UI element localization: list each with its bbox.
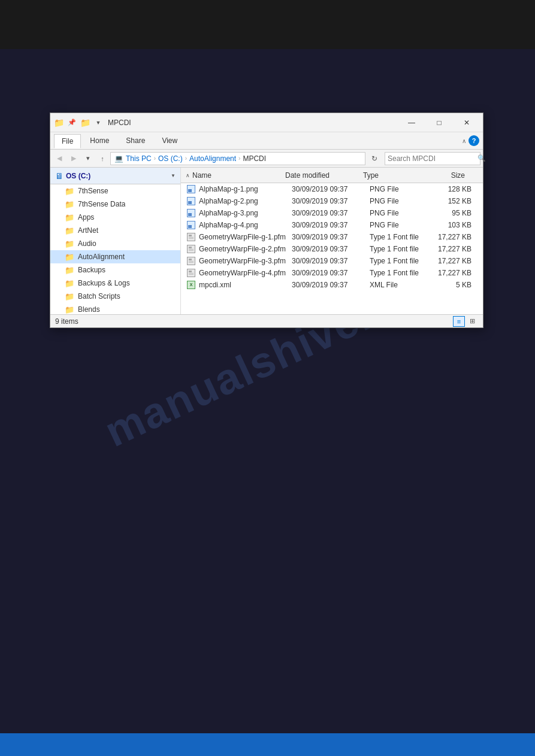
folder-icon-backupslogs: 📁 xyxy=(65,279,74,288)
refresh-button[interactable]: ↻ xyxy=(368,152,381,165)
title-bar: 📁 📌 📁 ▼ MPCDI — □ ✕ xyxy=(50,113,483,132)
file-type: PNG File xyxy=(370,209,436,217)
table-row[interactable]: GeometryWarpFile-g-2.pfm 30/09/2019 09:3… xyxy=(181,243,483,255)
file-list: AlphaMap-g-1.png 30/09/2019 09:37 PNG Fi… xyxy=(181,183,483,314)
sidebar-item-batchscripts[interactable]: 📁 Batch Scripts xyxy=(50,290,180,303)
file-type: PNG File xyxy=(370,185,436,193)
sidebar-label-artnet: ArtNet xyxy=(78,226,98,235)
search-input[interactable] xyxy=(388,154,477,163)
folder-icon-autoalignment: 📁 xyxy=(65,253,74,262)
ribbon-chevron-icon[interactable]: ∧ xyxy=(462,138,466,144)
sidebar-label-audio: Audio xyxy=(78,239,96,248)
sidebar-item-backupslogs[interactable]: 📁 Backups & Logs xyxy=(50,277,180,290)
dropdown-icon[interactable]: ▼ xyxy=(92,117,104,129)
folder-icon-blends: 📁 xyxy=(65,305,74,314)
title-bar-icons: 📁 📌 📁 ▼ xyxy=(53,117,104,129)
address-path[interactable]: 💻 This PC › OS (C:) › AutoAlignment › MP… xyxy=(110,152,365,165)
ribbon-tabs: File Home Share View ∧ ? xyxy=(50,132,483,149)
forward-button[interactable]: ▶ xyxy=(67,152,80,165)
file-name: GeometryWarpFile-g-4.pfm xyxy=(199,269,292,277)
details-view-button[interactable]: ≡ xyxy=(453,316,465,327)
file-name: AlphaMap-g-2.png xyxy=(199,197,292,205)
file-type: Type 1 Font file xyxy=(370,269,436,277)
col-header-size[interactable]: Size xyxy=(429,171,465,180)
file-type: PNG File xyxy=(370,197,436,205)
recent-locations-button[interactable]: ▾ xyxy=(81,152,95,165)
maximize-button[interactable]: □ xyxy=(425,113,453,132)
file-size: 128 KB xyxy=(436,185,471,193)
tab-home[interactable]: Home xyxy=(82,133,117,148)
sidebar-item-7thsense[interactable]: 📁 7thSense xyxy=(50,184,180,198)
sidebar-label-apps: Apps xyxy=(78,213,94,221)
sidebar-item-blends[interactable]: 📁 Blends xyxy=(50,303,180,314)
file-name: GeometryWarpFile-g-3.pfm xyxy=(199,257,292,265)
status-bar: 9 items ≡ ⊞ xyxy=(50,314,483,327)
address-bar: ◀ ▶ ▾ ↑ 💻 This PC › OS (C:) › AutoAlignm… xyxy=(50,150,483,168)
file-name: AlphaMap-g-3.png xyxy=(199,209,292,217)
file-size: 17,227 KB xyxy=(436,257,471,265)
file-date: 30/09/2019 09:37 xyxy=(292,269,370,277)
sidebar-expand-icon[interactable]: ▼ xyxy=(171,173,176,178)
sidebar-item-audio[interactable]: 📁 Audio xyxy=(50,237,180,250)
item-count: 9 items xyxy=(55,317,78,326)
file-icon xyxy=(186,257,197,265)
tab-share[interactable]: Share xyxy=(118,133,153,148)
file-icon xyxy=(186,197,197,205)
table-row[interactable]: AlphaMap-g-1.png 30/09/2019 09:37 PNG Fi… xyxy=(181,183,483,195)
up-button[interactable]: ↑ xyxy=(96,152,109,165)
file-date: 30/09/2019 09:37 xyxy=(292,233,370,241)
search-box[interactable]: 🔍 xyxy=(385,152,480,165)
file-date: 30/09/2019 09:37 xyxy=(292,185,370,193)
table-row[interactable]: GeometryWarpFile-g-1.pfm 30/09/2019 09:3… xyxy=(181,231,483,243)
column-headers: ∧ Name Date modified Type Size xyxy=(181,168,483,183)
sidebar-item-artnet[interactable]: 📁 ArtNet xyxy=(50,224,180,237)
back-button[interactable]: ◀ xyxy=(53,152,66,165)
minimize-button[interactable]: — xyxy=(398,113,425,132)
file-name: AlphaMap-g-4.png xyxy=(199,221,292,229)
col-header-date[interactable]: Date modified xyxy=(285,171,363,180)
file-size: 5 KB xyxy=(436,281,471,289)
col-header-type[interactable]: Type xyxy=(363,171,429,180)
os-drive-icon: 🖥 xyxy=(55,171,64,181)
file-date: 30/09/2019 09:37 xyxy=(292,281,370,289)
col-header-name[interactable]: Name xyxy=(192,171,285,180)
folder-icon: 📁 xyxy=(53,117,65,129)
path-osc[interactable]: OS (C:) xyxy=(158,154,183,163)
file-date: 30/09/2019 09:37 xyxy=(292,209,370,217)
content-area: ∧ Name Date modified Type Size AlphaMap-… xyxy=(181,168,483,314)
file-size: 103 KB xyxy=(436,221,471,229)
sidebar-item-apps[interactable]: 📁 Apps xyxy=(50,211,180,224)
search-icon[interactable]: 🔍 xyxy=(477,154,486,162)
table-row[interactable]: GeometryWarpFile-g-4.pfm 30/09/2019 09:3… xyxy=(181,267,483,279)
table-row[interactable]: AlphaMap-g-2.png 30/09/2019 09:37 PNG Fi… xyxy=(181,195,483,207)
table-row[interactable]: AlphaMap-g-4.png 30/09/2019 09:37 PNG Fi… xyxy=(181,219,483,231)
sidebar-item-autoalignment[interactable]: 📁 AutoAlignment xyxy=(50,250,180,263)
folder-icon-backups: 📁 xyxy=(65,266,74,275)
file-size: 17,227 KB xyxy=(436,233,471,241)
file-name: GeometryWarpFile-g-1.pfm xyxy=(199,233,292,241)
path-autoalignment[interactable]: AutoAlignment xyxy=(189,154,236,163)
sidebar-item-backups[interactable]: 📁 Backups xyxy=(50,263,180,277)
file-name: mpcdi.xml xyxy=(199,281,292,289)
tab-file[interactable]: File xyxy=(54,134,81,148)
ribbon-help-button[interactable]: ? xyxy=(468,135,479,146)
folder-icon-7thsense: 📁 xyxy=(65,187,74,196)
tiles-view-button[interactable]: ⊞ xyxy=(466,316,478,327)
table-row[interactable]: GeometryWarpFile-g-3.pfm 30/09/2019 09:3… xyxy=(181,255,483,267)
table-row[interactable]: X mpcdi.xml 30/09/2019 09:37 XML File 5 … xyxy=(181,279,483,291)
file-icon xyxy=(186,209,197,217)
sidebar-label-backupslogs: Backups & Logs xyxy=(78,279,130,287)
view-icons: ≡ ⊞ xyxy=(453,316,478,327)
folder-icon-audio: 📁 xyxy=(65,239,74,248)
file-date: 30/09/2019 09:37 xyxy=(292,257,370,265)
file-type: Type 1 Font file xyxy=(370,233,436,241)
sidebar-item-7thsensedata[interactable]: 📁 7thSense Data xyxy=(50,198,180,211)
path-thispc[interactable]: This PC xyxy=(126,154,152,163)
file-icon xyxy=(186,233,197,241)
explorer-window: 📁 📌 📁 ▼ MPCDI — □ ✕ File Home Share View… xyxy=(50,113,483,328)
close-button[interactable]: ✕ xyxy=(453,113,480,132)
table-row[interactable]: AlphaMap-g-3.png 30/09/2019 09:37 PNG Fi… xyxy=(181,207,483,219)
file-icon: X xyxy=(186,281,197,289)
tab-view[interactable]: View xyxy=(154,133,185,148)
sidebar-label-blends: Blends xyxy=(78,305,100,314)
